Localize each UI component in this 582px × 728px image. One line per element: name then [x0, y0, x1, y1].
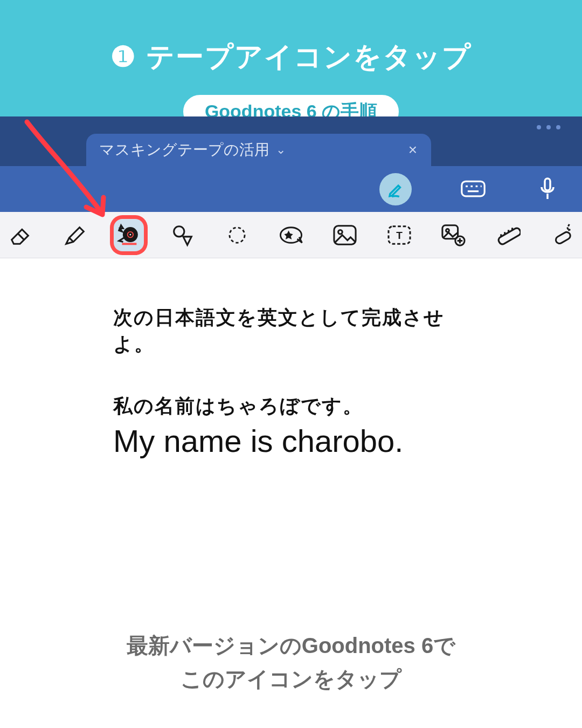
tab-title: マスキングテープの活用 — [99, 140, 269, 160]
keyboard-icon — [461, 180, 486, 198]
footer-caption: 最新バージョンのGoodnotes 6で このアイコンをタップ — [0, 629, 582, 696]
shape-tool[interactable] — [168, 219, 198, 251]
text-tool[interactable]: T — [384, 219, 414, 251]
eraser-tool[interactable] — [5, 219, 36, 251]
pen-icon — [386, 180, 405, 198]
svg-line-8 — [18, 233, 24, 240]
more-menu-icon[interactable] — [537, 125, 560, 129]
svg-text:T: T — [396, 229, 403, 241]
hero-banner: ❶ テープアイコンをタップ Goodnotes 6 の手順 — [0, 0, 582, 116]
close-icon[interactable]: × — [408, 141, 417, 159]
laser-tool[interactable] — [546, 219, 577, 251]
svg-line-28 — [504, 232, 506, 234]
laser-icon — [549, 222, 574, 248]
svg-rect-17 — [334, 225, 356, 244]
lasso-tool[interactable] — [221, 219, 252, 251]
instruction-text: 次の日本語文を英文として完成させよ。 — [113, 305, 480, 358]
eraser-icon — [8, 222, 33, 248]
svg-rect-31 — [555, 230, 572, 244]
sticker-tool[interactable] — [276, 219, 306, 251]
elements-icon — [440, 223, 466, 247]
svg-point-12 — [129, 233, 132, 236]
svg-line-30 — [511, 228, 514, 230]
svg-rect-6 — [545, 178, 550, 190]
hero-title: ❶ テープアイコンをタップ — [110, 38, 471, 76]
japanese-sentence: 私の名前はちゃろぼです。 — [113, 393, 480, 420]
svg-line-27 — [500, 234, 502, 236]
microphone-icon — [539, 177, 556, 201]
microphone-button[interactable] — [535, 176, 560, 202]
svg-marker-9 — [119, 225, 123, 231]
svg-point-15 — [230, 227, 245, 242]
chevron-down-icon[interactable]: ⌄ — [276, 143, 286, 157]
tab-bar: マスキングテープの活用 ⌄ × — [0, 134, 582, 166]
shape-icon — [170, 222, 196, 248]
image-tool[interactable] — [330, 219, 360, 251]
highlighter-icon — [62, 222, 88, 248]
note-page: 次の日本語文を英文として完成させよ。 私の名前はちゃろぼです。 My name … — [0, 258, 582, 459]
footer-line-1: 最新バージョンのGoodnotes 6で — [0, 629, 582, 662]
tool-toolbar: T — [0, 212, 582, 258]
ruler-icon — [494, 222, 521, 249]
document-tab[interactable]: マスキングテープの活用 ⌄ × — [86, 134, 431, 166]
sticker-icon — [278, 224, 304, 246]
keyboard-button[interactable] — [460, 176, 486, 202]
tape-tool[interactable] — [114, 219, 144, 251]
app-chrome: マスキングテープの活用 ⌄ × — [0, 116, 582, 212]
elements-tool[interactable] — [438, 219, 468, 251]
svg-line-29 — [508, 230, 510, 232]
pen-mode-button[interactable] — [379, 173, 412, 205]
english-sentence: My name is charobo. — [113, 423, 480, 459]
ruler-tool[interactable] — [492, 219, 522, 251]
svg-rect-0 — [462, 181, 484, 196]
highlighter-tool[interactable] — [59, 219, 89, 251]
image-icon — [332, 224, 358, 246]
mode-strip — [0, 166, 582, 212]
text-icon: T — [386, 224, 412, 246]
svg-point-18 — [338, 230, 343, 234]
footer-line-2: このアイコンをタップ — [0, 662, 582, 696]
tape-icon — [116, 222, 142, 248]
lasso-icon — [225, 223, 249, 247]
svg-point-14 — [174, 226, 184, 236]
